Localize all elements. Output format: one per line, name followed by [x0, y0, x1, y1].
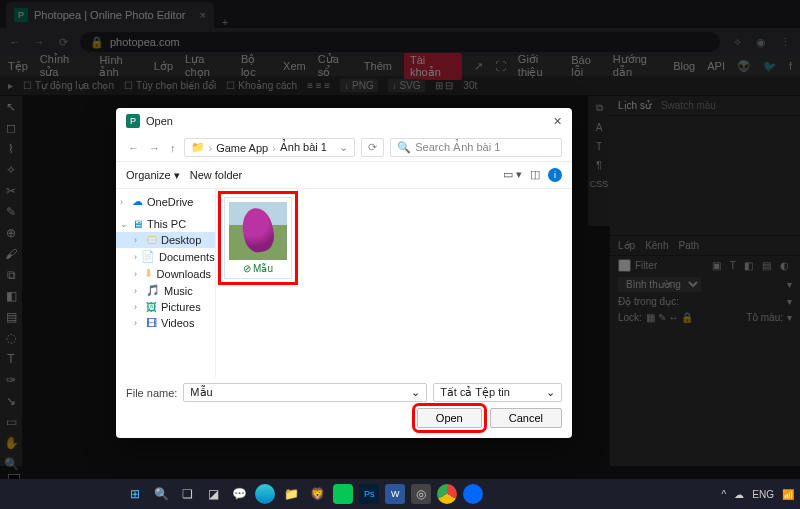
lasso-tool-icon[interactable]: ⌇ — [3, 142, 19, 156]
taskview-icon[interactable]: ❏ — [177, 484, 197, 504]
eyedropper-tool-icon[interactable]: ✎ — [3, 205, 19, 219]
crumb-seg2[interactable]: Ảnh bài 1 — [280, 141, 327, 154]
profile-icon[interactable]: ◉ — [754, 36, 768, 49]
search-input[interactable]: 🔍 Search Ảnh bài 1 — [390, 138, 562, 157]
menu-file[interactable]: Tệp — [8, 60, 28, 73]
tree-desktop[interactable]: ›🖵Desktop — [116, 232, 215, 248]
view-mode-icon[interactable]: ▭ ▾ — [503, 168, 522, 182]
panel-text-icon[interactable]: T — [596, 141, 602, 152]
app-icon[interactable]: ◎ — [411, 484, 431, 504]
crumb-seg1[interactable]: Game App — [216, 142, 268, 154]
transform-check[interactable]: ☐ Tùy chọn biến đổi — [124, 80, 216, 91]
brave-icon[interactable]: 🦁 — [307, 484, 327, 504]
chrome-menu-icon[interactable]: ⋮ — [778, 36, 792, 49]
menu-account[interactable]: Tài khoản — [404, 53, 462, 80]
nav-fwd-icon[interactable]: → — [147, 142, 162, 154]
photoshop-icon[interactable]: Ps — [359, 484, 379, 504]
cancel-button[interactable]: Cancel — [490, 408, 562, 428]
explorer-icon[interactable]: 📁 — [281, 484, 301, 504]
extensions-icon[interactable]: ✧ — [730, 36, 744, 49]
brush-tool-icon[interactable]: 🖌 — [3, 247, 19, 261]
link-report[interactable]: Báo lỗi — [571, 54, 601, 79]
menu-layer[interactable]: Lớp — [154, 60, 173, 73]
marquee-tool-icon[interactable]: ◻ — [3, 121, 19, 135]
tree-videos[interactable]: ›🎞Videos — [116, 315, 215, 331]
zoom-tool-icon[interactable]: 🔍 — [3, 457, 19, 471]
edge-icon[interactable] — [255, 484, 275, 504]
tab-layers[interactable]: Lớp — [618, 240, 635, 251]
address-bar[interactable]: 🔒 photopea.com — [80, 32, 720, 52]
twitter-icon[interactable]: 🐦 — [763, 60, 777, 73]
tab-swatch[interactable]: Swatch màu — [661, 100, 716, 111]
start-icon[interactable]: ⊞ — [125, 484, 145, 504]
shape-tool-icon[interactable]: ▭ — [3, 415, 19, 429]
facebook-icon[interactable]: f — [789, 60, 792, 72]
breadcrumb[interactable]: 📁 › Game App › Ảnh bài 1 ⌄ — [184, 138, 356, 157]
pen-tool-icon[interactable]: ✑ — [3, 373, 19, 387]
more-align-icons[interactable]: ⊞ ⊟ — [435, 80, 454, 91]
nav-refresh-icon[interactable]: ⟳ — [361, 138, 384, 157]
heal-tool-icon[interactable]: ⊕ — [3, 226, 19, 240]
menu-window[interactable]: Cửa sổ — [318, 53, 352, 79]
browser-tab[interactable]: P Photopea | Online Photo Editor × — [6, 2, 214, 28]
eraser-tool-icon[interactable]: ◧ — [3, 289, 19, 303]
tray-lang[interactable]: ENG — [752, 489, 774, 500]
nav-back-icon[interactable]: ← — [126, 142, 141, 154]
path-tool-icon[interactable]: ↘ — [3, 394, 19, 408]
share-icon[interactable]: ↗ — [474, 60, 483, 73]
link-guide[interactable]: Hướng dẫn — [613, 53, 661, 79]
file-grid[interactable]: ⊘Mẫu — [216, 189, 572, 377]
new-tab-button[interactable]: + — [214, 16, 236, 28]
tree-documents[interactable]: ›📄Documents — [116, 248, 215, 265]
filter-check[interactable] — [618, 259, 631, 272]
new-folder-button[interactable]: New folder — [190, 169, 243, 181]
tree-onedrive[interactable]: ›☁OneDrive — [116, 193, 215, 210]
chat-icon[interactable]: 💬 — [229, 484, 249, 504]
panel-char-icon[interactable]: A — [596, 122, 603, 133]
move-tool-icon[interactable]: ↖ — [3, 100, 19, 114]
tree-downloads[interactable]: ›⬇Downloads — [116, 265, 215, 282]
link-blog[interactable]: Blog — [673, 60, 695, 72]
align-icons[interactable]: ≡ ≡ ≡ — [307, 80, 330, 91]
type-tool-icon[interactable]: T — [3, 352, 19, 366]
filetype-select[interactable]: Tất cả Tệp tin⌄ — [433, 383, 562, 402]
link-about[interactable]: Giới thiệu — [518, 53, 559, 79]
distance-check[interactable]: ☐ Khoảng cách — [226, 80, 297, 91]
menu-edit[interactable]: Chỉnh sửa — [40, 53, 88, 79]
menu-filter[interactable]: Bộ lọc — [241, 53, 271, 79]
dialog-close-icon[interactable]: ✕ — [553, 115, 562, 128]
tray-wifi-icon[interactable]: 📶 — [782, 489, 794, 500]
panel-history-icon[interactable]: ⧉ — [596, 102, 603, 114]
nav-forward-icon[interactable]: → — [32, 36, 46, 48]
file-item[interactable]: ⊘Mẫu — [224, 197, 292, 279]
chrome-icon[interactable] — [437, 484, 457, 504]
nav-back-icon[interactable]: ← — [8, 36, 22, 48]
export-svg-button[interactable]: ↓ SVG — [388, 79, 425, 92]
hand-tool-icon[interactable]: ✋ — [3, 436, 19, 450]
link-api[interactable]: API — [707, 60, 725, 72]
css-label[interactable]: CSS — [590, 179, 609, 189]
tree-music[interactable]: ›🎵Music — [116, 282, 215, 299]
tray-cloud-icon[interactable]: ☁ — [734, 489, 744, 500]
filename-input[interactable]: Mẫu⌄ — [183, 383, 427, 402]
organize-menu[interactable]: Organize ▾ — [126, 169, 180, 182]
fullscreen-icon[interactable]: ⛶ — [495, 60, 506, 72]
widgets-icon[interactable]: ◪ — [203, 484, 223, 504]
zalo-icon[interactable] — [463, 484, 483, 504]
filter-icons[interactable]: ▣ T ◧ ▤ ◐ — [712, 260, 792, 271]
tree-pictures[interactable]: ›🖼Pictures — [116, 299, 215, 315]
lock-icons[interactable]: ▦ ✎ ↔ 🔒 — [646, 312, 693, 323]
menu-view[interactable]: Xem — [283, 60, 306, 72]
close-tab-icon[interactable]: × — [199, 9, 205, 21]
tab-history[interactable]: Lịch sử — [618, 100, 651, 111]
menu-image[interactable]: Hình ảnh — [99, 54, 141, 79]
wand-tool-icon[interactable]: ✧ — [3, 163, 19, 177]
stamp-tool-icon[interactable]: ⧉ — [3, 268, 19, 282]
tree-thispc[interactable]: ⌄🖥This PC — [116, 216, 215, 232]
menu-select[interactable]: Lựa chọn — [185, 53, 229, 79]
blur-tool-icon[interactable]: ◌ — [3, 331, 19, 345]
nav-reload-icon[interactable]: ⟳ — [56, 36, 70, 49]
panel-para-icon[interactable]: ¶ — [596, 160, 601, 171]
reddit-icon[interactable]: 👽 — [737, 60, 751, 73]
preview-pane-icon[interactable]: ◫ — [530, 168, 540, 182]
